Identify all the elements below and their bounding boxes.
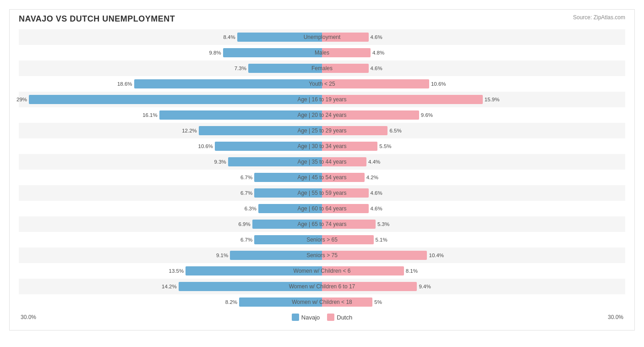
table-row: 7.3% 4.6% Females xyxy=(19,61,625,76)
navajo-value: 18.6% xyxy=(117,81,132,87)
left-half: 8.2% xyxy=(19,294,322,310)
right-half: 9.4% xyxy=(322,279,625,294)
left-half: 9.3% xyxy=(19,154,322,170)
right-half: 5.1% xyxy=(322,232,625,248)
left-half: 6.7% xyxy=(19,185,322,201)
dutch-value: 5.3% xyxy=(377,221,389,227)
table-row: 8.4% 4.6% Unemployment xyxy=(19,29,625,45)
legend-dutch: Dutch xyxy=(327,314,352,321)
right-half: 5% xyxy=(322,294,625,310)
table-row: 6.7% 5.1% Seniors > 65 xyxy=(19,232,625,248)
table-row: 18.6% 10.6% Youth < 25 xyxy=(19,76,625,92)
left-half: 16.1% xyxy=(19,107,322,123)
navajo-value: 9.8% xyxy=(209,50,221,55)
navajo-bar: 6.7% xyxy=(254,235,322,244)
right-half: 4.6% xyxy=(322,185,625,201)
navajo-value: 8.2% xyxy=(225,299,237,305)
dutch-value: 10.4% xyxy=(429,253,444,258)
dutch-value: 4.6% xyxy=(371,206,382,211)
left-half: 6.7% xyxy=(19,232,322,248)
table-row: 6.7% 4.6% Age | 55 to 59 years xyxy=(19,185,625,201)
dutch-value: 4.8% xyxy=(372,50,384,55)
navajo-value: 13.5% xyxy=(169,268,184,274)
left-half: 6.9% xyxy=(19,216,322,232)
right-half: 15.9% xyxy=(322,92,625,107)
dutch-bar: 5% xyxy=(322,297,372,307)
dutch-value: 4.6% xyxy=(371,34,382,40)
chart-header: NAVAJO VS DUTCH UNEMPLOYMENT Source: Zip… xyxy=(19,14,625,24)
dutch-bar: 9.4% xyxy=(322,282,417,291)
left-half: 12.2% xyxy=(19,123,322,138)
navajo-value: 16.1% xyxy=(142,112,158,118)
left-half: 13.5% xyxy=(19,263,322,279)
right-half: 4.8% xyxy=(322,45,625,61)
table-row: 29% 15.9% Age | 16 to 19 years xyxy=(19,92,625,107)
left-half: 7.3% xyxy=(19,61,322,76)
left-half: 9.8% xyxy=(19,45,322,61)
right-half: 5.5% xyxy=(322,138,625,154)
dutch-bar: 15.9% xyxy=(322,95,483,104)
right-half: 6.5% xyxy=(322,123,625,138)
navajo-legend-label: Navajo xyxy=(301,314,320,321)
table-row: 16.1% 9.6% Age | 20 to 24 years xyxy=(19,107,625,123)
chart-footer: 30.0% Navajo Dutch 30.0% xyxy=(19,314,625,321)
table-row: 9.1% 10.4% Seniors > 75 xyxy=(19,248,625,263)
navajo-value: 6.7% xyxy=(240,237,252,242)
right-half: 4.2% xyxy=(322,170,625,185)
left-half: 18.6% xyxy=(19,76,322,92)
navajo-bar: 8.2% xyxy=(239,297,322,307)
right-half: 4.6% xyxy=(322,201,625,216)
dutch-legend-box xyxy=(327,314,334,321)
table-row: 9.8% 4.8% Males xyxy=(19,45,625,61)
dutch-value: 10.6% xyxy=(431,81,446,87)
right-half: 10.6% xyxy=(322,76,625,92)
dutch-bar: 4.4% xyxy=(322,157,366,166)
rows-wrapper: 8.4% 4.6% Unemployment 9.8% 4.8% Males 7… xyxy=(19,29,625,310)
chart-container: NAVAJO VS DUTCH UNEMPLOYMENT Source: Zip… xyxy=(9,9,635,330)
dutch-legend-label: Dutch xyxy=(337,314,352,321)
dutch-value: 9.4% xyxy=(419,284,431,289)
left-half: 8.4% xyxy=(19,29,322,45)
navajo-bar: 8.4% xyxy=(237,33,322,42)
navajo-value: 10.6% xyxy=(198,143,213,149)
dutch-bar: 4.6% xyxy=(322,64,369,73)
navajo-bar: 16.1% xyxy=(159,110,322,120)
navajo-bar: 6.3% xyxy=(258,204,322,213)
navajo-bar: 14.2% xyxy=(179,282,322,291)
right-half: 8.1% xyxy=(322,263,625,279)
dutch-bar: 4.6% xyxy=(322,204,369,213)
dutch-value: 4.6% xyxy=(371,66,382,71)
table-row: 10.6% 5.5% Age | 30 to 34 years xyxy=(19,138,625,154)
dutch-bar: 9.6% xyxy=(322,110,419,120)
dutch-bar: 8.1% xyxy=(322,266,404,275)
right-half: 4.6% xyxy=(322,29,625,45)
navajo-bar: 6.9% xyxy=(252,220,322,229)
right-half: 4.4% xyxy=(322,154,625,170)
table-row: 6.7% 4.2% Age | 45 to 54 years xyxy=(19,170,625,185)
legend-navajo: Navajo xyxy=(292,314,320,321)
table-row: 6.3% 4.6% Age | 60 to 64 years xyxy=(19,201,625,216)
navajo-bar: 6.7% xyxy=(254,188,322,198)
left-half: 6.7% xyxy=(19,170,322,185)
navajo-bar: 7.3% xyxy=(248,64,322,73)
left-half: 9.1% xyxy=(19,248,322,263)
left-half: 29% xyxy=(19,92,322,107)
dutch-value: 5.5% xyxy=(379,143,391,149)
navajo-value: 9.1% xyxy=(216,253,228,258)
dutch-value: 4.6% xyxy=(371,190,382,196)
scale-right: 30.0% xyxy=(608,314,623,320)
navajo-bar: 13.5% xyxy=(186,266,322,275)
navajo-bar: 12.2% xyxy=(199,126,322,135)
table-row: 14.2% 9.4% Women w/ Children 6 to 17 xyxy=(19,279,625,294)
dutch-value: 4.4% xyxy=(368,159,380,165)
legend: Navajo Dutch xyxy=(292,314,352,321)
navajo-value: 6.7% xyxy=(240,175,252,180)
dutch-bar: 4.8% xyxy=(322,48,371,57)
navajo-bar: 18.6% xyxy=(134,79,322,88)
right-half: 10.4% xyxy=(322,248,625,263)
navajo-value: 29% xyxy=(16,97,27,102)
dutch-bar: 5.5% xyxy=(322,142,377,151)
navajo-bar: 9.1% xyxy=(230,251,322,260)
table-row: 8.2% 5% Women w/ Children < 18 xyxy=(19,294,625,310)
chart-source: Source: ZipAtlas.com xyxy=(573,14,625,21)
